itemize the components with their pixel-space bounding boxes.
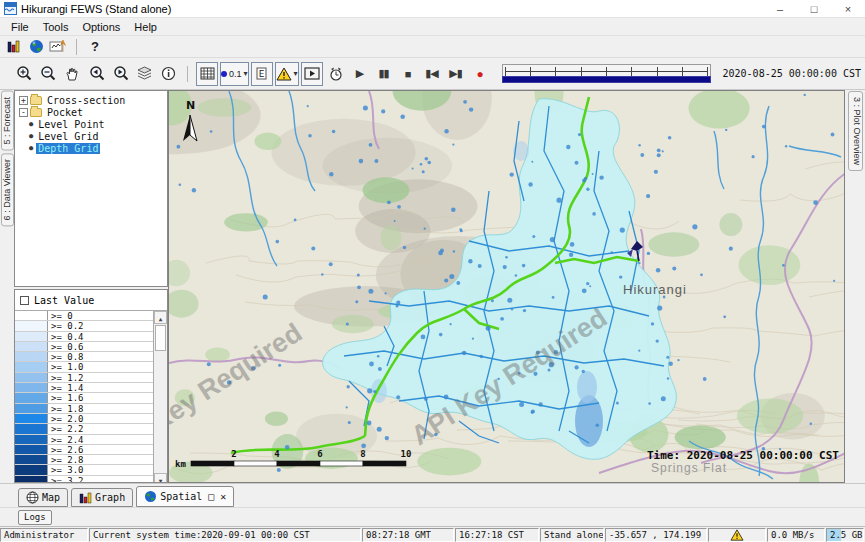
time-slider[interactable] bbox=[502, 64, 711, 83]
legend-scrollbar[interactable]: ▲ ▼ bbox=[153, 311, 167, 483]
menu-tools[interactable]: Tools bbox=[36, 21, 76, 33]
close-button[interactable]: × bbox=[831, 0, 865, 17]
zoom-next-icon[interactable] bbox=[109, 62, 131, 86]
left-tab-strip: 5 : Forecast 6 : Data Viewer bbox=[0, 90, 14, 483]
globe-wireframe-icon bbox=[26, 491, 39, 504]
tree-item-label-selected[interactable]: Depth Grid bbox=[36, 143, 100, 154]
status-gmt-time: 08:27:18 GMT bbox=[362, 528, 454, 542]
legend-row: >= 1.8 bbox=[15, 404, 153, 414]
menu-options[interactable]: Options bbox=[75, 21, 127, 33]
status-warning[interactable] bbox=[708, 528, 766, 542]
tab-data-viewer[interactable]: 6 : Data Viewer bbox=[1, 153, 14, 226]
zoom-previous-icon[interactable] bbox=[85, 62, 107, 86]
map-time-overlay: Time: 2020-08-25 00:00:00 CST bbox=[647, 449, 839, 462]
record-button[interactable]: ● bbox=[469, 62, 491, 86]
threshold-value: 0.1 bbox=[229, 69, 242, 79]
legend-row: >= 0 bbox=[15, 311, 153, 321]
logs-button[interactable]: Logs bbox=[18, 510, 52, 525]
animation-settings-icon[interactable] bbox=[325, 62, 347, 86]
legend-panel: Last Value >= 0>= 0.2>= 0.4>= 0.6>= 0.8>… bbox=[14, 289, 168, 483]
tab-graph[interactable]: Graph bbox=[71, 488, 133, 507]
grid-toggle-button[interactable] bbox=[196, 62, 218, 86]
stop-button[interactable]: ■ bbox=[397, 62, 419, 86]
tree-item-cross-section[interactable]: + Cross-section bbox=[15, 94, 167, 106]
minimize-button[interactable]: – bbox=[763, 0, 797, 17]
tab-graph-label: Graph bbox=[95, 492, 125, 503]
status-mode: Stand alone bbox=[540, 528, 604, 542]
help-button[interactable]: ? bbox=[85, 37, 105, 57]
title-bar: Hikurangi FEWS (Stand alone) – □ × bbox=[0, 0, 865, 18]
tree-item-label[interactable]: Level Grid bbox=[36, 131, 100, 142]
map-viewport[interactable]: API Key Required API Key Required Hikura… bbox=[168, 90, 845, 483]
scale-label: 2 bbox=[231, 449, 236, 459]
legend-header: Last Value bbox=[15, 290, 167, 310]
bullet-icon: ● bbox=[29, 120, 33, 128]
play-button[interactable]: ▶ bbox=[349, 62, 371, 86]
legend-row: >= 1.6 bbox=[15, 393, 153, 403]
animation-dialog-button[interactable] bbox=[301, 62, 323, 86]
layers-panel: + Cross-section - Pocket ● Level Point ●… bbox=[14, 90, 168, 483]
tree-item-level-grid[interactable]: ● Level Grid bbox=[15, 130, 167, 142]
scale-label: 4 bbox=[274, 449, 280, 459]
menu-help[interactable]: Help bbox=[127, 21, 164, 33]
label-toggle-button[interactable]: E bbox=[251, 62, 273, 86]
expand-icon[interactable]: + bbox=[19, 96, 28, 105]
menu-file[interactable]: File bbox=[4, 21, 36, 33]
legend-row: >= 2.2 bbox=[15, 424, 153, 434]
tab-spatial[interactable]: Spatial □ ✕ bbox=[136, 486, 234, 507]
tree-item-level-point[interactable]: ● Level Point bbox=[15, 118, 167, 130]
tab-spatial-label: Spatial bbox=[160, 491, 202, 502]
warning-threshold-dropdown[interactable]: ▾ bbox=[275, 62, 299, 86]
map-canvas[interactable]: API Key Required API Key Required Hikura… bbox=[169, 91, 845, 483]
tree-item-label[interactable]: Pocket bbox=[45, 107, 85, 118]
legend-row: >= 2.6 bbox=[15, 445, 153, 455]
legend-row: >= 0.4 bbox=[15, 332, 153, 342]
window-title: Hikurangi FEWS (Stand alone) bbox=[21, 3, 171, 15]
tab-forecast[interactable]: 5 : Forecast bbox=[1, 91, 14, 151]
bottom-tab-bar: Map Graph Spatial □ ✕ bbox=[0, 483, 865, 507]
spatial-display-icon[interactable] bbox=[26, 37, 46, 57]
maximize-button[interactable]: □ bbox=[797, 0, 831, 17]
legend-row: >= 3.2 bbox=[15, 476, 153, 483]
tree-item-label[interactable]: Level Point bbox=[36, 119, 106, 130]
zoom-out-icon[interactable] bbox=[37, 62, 59, 86]
legend-row: >= 0.6 bbox=[15, 342, 153, 352]
legend-row: >= 2.8 bbox=[15, 455, 153, 465]
folder-icon bbox=[30, 96, 42, 105]
zoom-in-icon[interactable] bbox=[13, 62, 35, 86]
tab-plot-overview[interactable]: 3 : Plot Overview bbox=[848, 91, 863, 171]
status-system-time: Current system time:2020-09-01 00:00 CST bbox=[89, 528, 361, 542]
legend-row: >= 2.4 bbox=[15, 435, 153, 445]
scroll-down-icon[interactable]: ▼ bbox=[154, 473, 167, 483]
threshold-dot-icon bbox=[221, 71, 227, 77]
tree-item-pocket[interactable]: - Pocket bbox=[15, 106, 167, 118]
timeseries-dialog-icon[interactable] bbox=[48, 37, 68, 57]
globe-icon bbox=[144, 490, 157, 503]
tree-item-label[interactable]: Cross-section bbox=[45, 95, 127, 106]
time-slider-track[interactable] bbox=[502, 64, 711, 76]
step-forward-button[interactable]: ▶▮ bbox=[445, 62, 467, 86]
pan-icon[interactable] bbox=[61, 62, 83, 86]
last-value-label: Last Value bbox=[34, 295, 94, 306]
pause-button[interactable]: ▮▮ bbox=[373, 62, 395, 86]
last-value-checkbox[interactable] bbox=[20, 296, 29, 305]
scrollbar-thumb[interactable] bbox=[155, 325, 166, 351]
tree-item-depth-grid[interactable]: ● Depth Grid bbox=[15, 142, 167, 154]
tab-map[interactable]: Map bbox=[18, 488, 68, 507]
info-icon[interactable] bbox=[157, 62, 179, 86]
layers-icon[interactable] bbox=[133, 62, 155, 86]
tab-close-icon[interactable]: ✕ bbox=[220, 491, 226, 502]
collapse-icon[interactable]: - bbox=[19, 108, 28, 117]
toolbar-separator bbox=[76, 39, 77, 55]
tab-restore-icon[interactable]: □ bbox=[208, 491, 214, 502]
time-slider-range-bar bbox=[502, 76, 711, 83]
chevron-down-icon: ▾ bbox=[294, 69, 298, 78]
legend-rows: >= 0>= 0.2>= 0.4>= 0.6>= 0.8>= 1.0>= 1.2… bbox=[15, 311, 153, 483]
scroll-up-icon[interactable]: ▲ bbox=[154, 311, 167, 324]
contour-threshold-dropdown[interactable]: 0.1 ▾ bbox=[220, 62, 249, 86]
logs-row: Logs bbox=[0, 507, 865, 526]
step-back-button[interactable]: ▮◀ bbox=[421, 62, 443, 86]
legend-row: >= 1.2 bbox=[15, 373, 153, 383]
scale-label: 6 bbox=[317, 449, 322, 459]
data-display-icon[interactable] bbox=[4, 37, 24, 57]
